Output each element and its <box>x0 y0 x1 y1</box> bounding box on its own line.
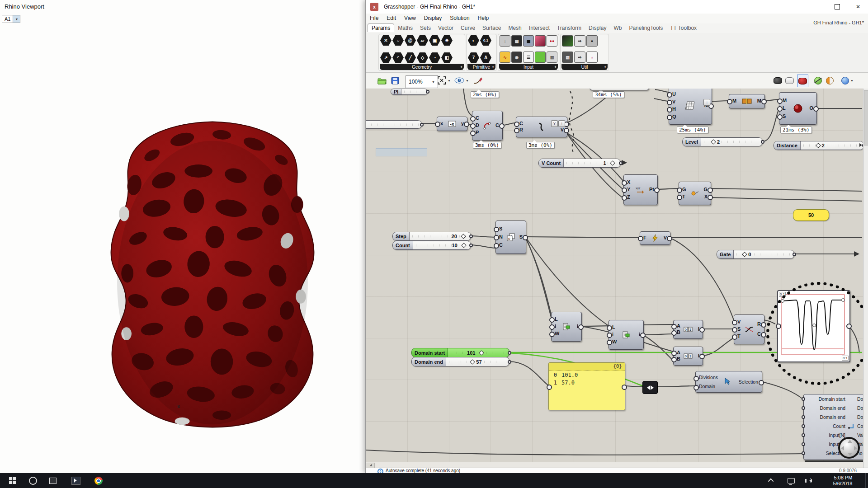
open-file-icon[interactable] <box>377 75 387 85</box>
hex-arc-icon[interactable]: ◜ <box>392 52 404 63</box>
input-port-D[interactable] <box>470 123 476 129</box>
gh-node-meshjoin[interactable]: MM <box>729 94 765 108</box>
tab-intersect[interactable]: Intersect <box>525 24 553 32</box>
tab-tt-toolbox[interactable]: TT Toolbox <box>666 24 700 32</box>
jump-icon[interactable]: ⇨ <box>574 52 585 63</box>
input-port[interactable] <box>802 442 805 446</box>
menu-view[interactable]: View <box>400 14 420 23</box>
clock[interactable]: 5:08 PM5/6/2018 <box>823 473 863 488</box>
gh-node-curve[interactable]: CRSVY↑ <box>516 117 567 137</box>
gh-node-metaball[interactable]: MLSO <box>779 92 817 125</box>
panel-dark-icon[interactable]: ▤ <box>511 35 522 47</box>
output-port-I[interactable] <box>699 354 705 359</box>
cluster-icon[interactable]: ▧ <box>562 52 573 63</box>
number-slider-icon[interactable]: ↓ <box>500 35 510 47</box>
gh-node-domain2[interactable]: ABI01 <box>673 347 703 366</box>
slider-knob[interactable] <box>711 139 716 144</box>
slider-output-port[interactable] <box>508 351 511 355</box>
input-port-B[interactable] <box>671 357 677 362</box>
input-port[interactable] <box>802 451 805 455</box>
input-port-W[interactable] <box>607 340 612 345</box>
menu-help[interactable]: Help <box>474 14 493 23</box>
hex-boolean-icon[interactable]: ◐ <box>468 35 479 46</box>
data-dam-icon[interactable] <box>562 35 573 47</box>
gh-node-selection-cluster[interactable]: DivisionsDomainSelection <box>695 371 762 393</box>
menu-edit[interactable]: Edit <box>382 14 400 23</box>
input-port-W[interactable] <box>549 332 555 337</box>
cortana-search-button[interactable] <box>25 473 41 488</box>
grasshopper-canvas[interactable]: xy-xCDPCCRSVY↑UVHQM↓MMMLSOXYZPtxyzGTGXSN… <box>366 89 863 462</box>
graph-mapper-icon[interactable]: ∿ <box>500 52 510 63</box>
viewport-camera-tab[interactable]: A1 ▼ <box>2 15 20 23</box>
number-tag[interactable]: 50 <box>793 209 829 221</box>
hex-number-icon[interactable]: 0.1 <box>480 35 491 46</box>
preview-off-icon[interactable] <box>814 75 822 85</box>
slider-distance[interactable]: Distance2 <box>774 141 863 150</box>
output-port-V[interactable] <box>564 128 569 133</box>
input-port[interactable] <box>802 433 805 437</box>
input-port-M[interactable] <box>777 99 783 104</box>
cluster-nav-ball[interactable] <box>838 437 860 459</box>
tab-surface[interactable]: Surface <box>479 24 505 32</box>
task-view-button[interactable] <box>45 473 61 488</box>
preview-eye-icon[interactable]: ▼ <box>454 75 469 85</box>
zoom-extents-icon[interactable]: ▼ <box>437 75 451 85</box>
partial-node[interactable] <box>590 89 649 90</box>
output-port-X[interactable] <box>708 195 713 200</box>
output-port-selection[interactable] <box>759 380 764 385</box>
data-recorder-icon[interactable]: ● <box>586 35 598 47</box>
slider-output-port[interactable] <box>761 140 764 144</box>
input-port[interactable] <box>802 415 805 419</box>
start-button[interactable] <box>4 473 21 488</box>
gh-node-listitem1[interactable]: LiWi <box>551 312 582 342</box>
panel-input-port[interactable] <box>547 385 552 390</box>
tab-vector[interactable]: Vector <box>434 24 457 32</box>
gh-node-fx[interactable]: FV <box>640 231 670 245</box>
expand-button[interactable]: ↓ <box>703 99 710 106</box>
input-port-Divisions[interactable] <box>693 376 699 381</box>
slider-output-port[interactable] <box>793 253 796 256</box>
slider-output-port[interactable] <box>508 360 511 364</box>
input-port-L[interactable] <box>607 325 612 331</box>
input-port-C[interactable] <box>470 116 476 122</box>
output-port-i[interactable] <box>640 333 646 338</box>
tab-params[interactable]: Params <box>368 23 394 32</box>
hex-plane-icon[interactable]: ▱ <box>417 35 428 46</box>
input-port-Domain[interactable] <box>693 385 699 390</box>
input-port-U[interactable] <box>667 92 672 98</box>
simplify-button[interactable]: ↑ <box>558 120 565 127</box>
input-port-X[interactable] <box>622 180 627 186</box>
slider-knob[interactable] <box>742 252 747 257</box>
preview-blue-icon[interactable]: ▼ <box>841 75 854 85</box>
input-port-N[interactable] <box>494 235 499 240</box>
wireframe-preview-icon[interactable] <box>774 75 782 85</box>
tab-mesh[interactable]: Mesh <box>505 24 525 32</box>
gh-node-listitem2[interactable]: LiWi <box>609 320 644 350</box>
sketch-brush-icon[interactable] <box>473 75 483 85</box>
hex-mesh-icon[interactable]: ✷ <box>441 35 453 46</box>
gradient-icon[interactable] <box>535 35 546 47</box>
input-port-x[interactable] <box>435 122 440 127</box>
output-port-Pt[interactable] <box>654 188 660 193</box>
merge-node[interactable] <box>642 381 658 394</box>
data-panel[interactable]: {0}0101.0157.0 <box>548 362 625 410</box>
tab-wb[interactable]: Wb <box>610 24 625 32</box>
slider-output-port[interactable] <box>426 90 429 94</box>
gh-cluster-node[interactable]: Domain startDomDomain endDomDomain endDo… <box>803 394 863 460</box>
tab-maths[interactable]: Maths <box>394 24 416 32</box>
output-port-S[interactable] <box>523 235 528 240</box>
gh-node-offset[interactable]: CDPC <box>472 111 503 141</box>
rhino-viewport[interactable]: Rhino Viewport A1 ▼ <box>0 0 365 473</box>
slider-output-port[interactable] <box>469 244 473 247</box>
input-port-M[interactable] <box>727 99 732 104</box>
input-port[interactable] <box>802 397 805 401</box>
galapagos-flask-icon[interactable]: ♁ <box>586 52 598 63</box>
input-port-R[interactable] <box>514 128 519 133</box>
output-port-C[interactable] <box>761 332 766 338</box>
value-list-icon[interactable]: ☰ <box>523 52 534 63</box>
slider-gate[interactable]: Gate0 <box>717 250 794 259</box>
gh-node-point[interactable]: XYZPtxyz <box>623 174 658 205</box>
knob-icon[interactable]: ◉ <box>511 52 522 63</box>
zoom-level-select[interactable]: 100%▼ <box>406 75 438 88</box>
hex-circle-icon[interactable]: ○ <box>392 35 404 46</box>
